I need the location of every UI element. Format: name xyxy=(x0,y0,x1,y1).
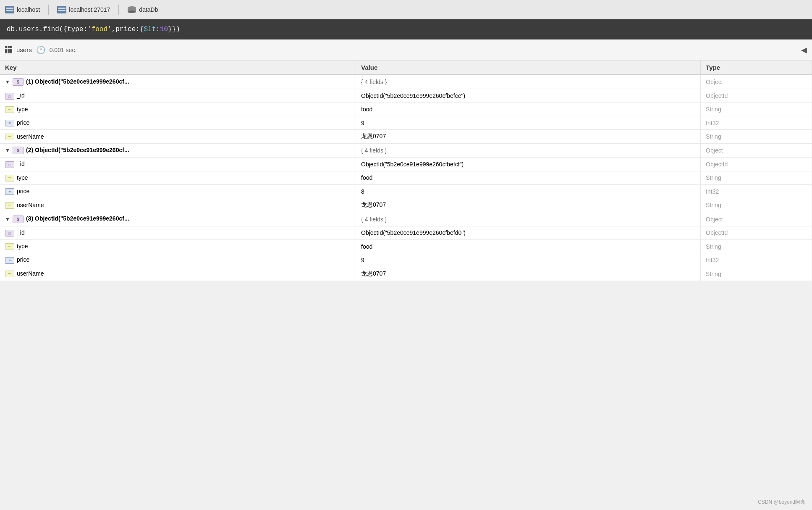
field-type-cell: String xyxy=(701,198,812,212)
query-close-brace: } xyxy=(172,26,176,33)
datadb-item[interactable]: dataDb xyxy=(127,6,158,13)
field-key-cell: “”userName xyxy=(0,267,356,281)
field-type-text: Int32 xyxy=(706,257,719,263)
expand-arrow[interactable]: ▼ xyxy=(5,147,11,153)
field-type-icon: □ xyxy=(5,161,14,168)
field-type-icon: “” xyxy=(5,271,14,277)
collection-name: users xyxy=(16,46,32,53)
query-open-brace: { xyxy=(63,26,67,33)
table-row[interactable]: “”userName龙恩0707String xyxy=(0,130,812,144)
field-type-icon: “” xyxy=(5,106,14,113)
grid-icon xyxy=(5,46,12,53)
table-row[interactable]: “”typefoodString xyxy=(0,103,812,116)
field-type-text: ObjectId xyxy=(706,161,728,168)
field-type-text: String xyxy=(706,133,721,140)
field-value-cell: 9 xyxy=(356,116,701,129)
field-type-text: String xyxy=(706,243,721,250)
field-key-cell: #price xyxy=(0,185,356,198)
field-type-cell: Int32 xyxy=(701,253,812,267)
table-row[interactable]: ▼$(1) ObjectId("5b2e0ce91e999e260cf...{ … xyxy=(0,75,812,89)
table-row[interactable]: “”userName龙恩0707String xyxy=(0,198,812,212)
fields-summary: { 4 fields } xyxy=(361,216,387,223)
field-value-cell: 龙恩0707 xyxy=(356,130,701,144)
field-type-cell: ObjectId xyxy=(701,158,812,171)
field-name: _id xyxy=(17,92,25,99)
field-value-cell: 9 xyxy=(356,253,701,267)
field-type-text: Int32 xyxy=(706,188,719,195)
type-value: Object xyxy=(706,79,723,85)
field-value-cell: food xyxy=(356,171,701,184)
field-type-cell: String xyxy=(701,130,812,144)
field-name: userName xyxy=(17,133,44,140)
field-type-text: ObjectId xyxy=(706,92,728,99)
field-type-cell: Int32 xyxy=(701,185,812,198)
object-key-cell: ▼$(3) ObjectId("5b2e0ce91e999e260cf... xyxy=(0,212,356,226)
fields-summary: { 4 fields } xyxy=(361,147,387,154)
svg-rect-3 xyxy=(57,6,66,13)
expand-arrow[interactable]: ▼ xyxy=(5,216,11,222)
svg-point-8 xyxy=(128,11,136,13)
clock-icon: 🕐 xyxy=(36,45,45,55)
field-type-icon: “” xyxy=(5,202,14,209)
table-row[interactable]: □_idObjectId("5b2e0ce91e999e260cfbefce")… xyxy=(0,89,812,103)
field-value: ObjectId("5b2e0ce91e999e260cfbefd0") xyxy=(361,229,466,236)
table-row[interactable]: □_idObjectId("5b2e0ce91e999e260cfbefcf")… xyxy=(0,158,812,171)
table-row[interactable]: ▼$(3) ObjectId("5b2e0ce91e999e260cf...{ … xyxy=(0,212,812,226)
field-value: food xyxy=(361,106,372,113)
field-value-cell: ObjectId("5b2e0ce91e999e260cfbefd0") xyxy=(356,226,701,239)
field-type-icon: # xyxy=(5,257,14,264)
object-key-cell: ▼$(2) ObjectId("5b2e0ce91e999e260cf... xyxy=(0,144,356,158)
table-row[interactable]: #price9Int32 xyxy=(0,116,812,129)
table-row[interactable]: ▼$(2) ObjectId("5b2e0ce91e999e260cf...{ … xyxy=(0,144,812,158)
query-comma: , xyxy=(112,26,116,33)
object-index: (2) ObjectId("5b2e0ce91e999e260cf... xyxy=(26,147,129,153)
field-type-icon: “” xyxy=(5,175,14,181)
field-value: food xyxy=(361,243,372,250)
field-value: 9 xyxy=(361,257,364,263)
field-key-cell: #price xyxy=(0,116,356,129)
sep1 xyxy=(48,5,49,15)
field-type-cell: String xyxy=(701,103,812,116)
query-type-val: 'food' xyxy=(87,26,112,33)
field-value: ObjectId("5b2e0ce91e999e260cfbefce") xyxy=(361,92,465,99)
query-bar: db.users.find({type:'food', price:{$lt:1… xyxy=(0,19,812,39)
field-key-cell: “”type xyxy=(0,103,356,116)
query-price-val: 10 xyxy=(160,26,168,33)
nav-arrow-left[interactable]: ◀ xyxy=(801,45,807,55)
object-index: (1) ObjectId("5b2e0ce91e999e260cf... xyxy=(26,78,129,85)
type-value: Object xyxy=(706,216,723,223)
object-value-cell: { 4 fields } xyxy=(356,144,701,158)
table-header-row: Key Value Type xyxy=(0,60,812,75)
query-price-close: } xyxy=(168,26,172,33)
field-type-text: ObjectId xyxy=(706,229,728,236)
localhost-item[interactable]: localhost xyxy=(5,6,40,13)
table-row[interactable]: “”userName龙恩0707String xyxy=(0,267,812,281)
col-header-value: Value xyxy=(356,60,701,75)
table-row[interactable]: “”typefoodString xyxy=(0,239,812,253)
field-type-icon: “” xyxy=(5,134,14,140)
field-type-text: Int32 xyxy=(706,120,719,126)
query-colon: : xyxy=(156,26,160,33)
table-row[interactable]: #price8Int32 xyxy=(0,185,812,198)
result-header: users 🕐 0.001 sec. ◀ xyxy=(0,39,812,60)
field-value: 龙恩0707 xyxy=(361,201,386,208)
cylinder-icon xyxy=(127,6,136,13)
svg-rect-2 xyxy=(6,10,13,11)
field-key-cell: #price xyxy=(0,253,356,267)
localhost27017-item[interactable]: localhost:27017 xyxy=(57,6,110,13)
localhost-label: localhost xyxy=(17,6,40,13)
table-row[interactable]: “”typefoodString xyxy=(0,171,812,184)
results-table: Key Value Type ▼$(1) ObjectId("5b2e0ce91… xyxy=(0,60,812,281)
watermark: CSDN @beyond阿亮 xyxy=(758,499,805,506)
object-key-cell: ▼$(1) ObjectId("5b2e0ce91e999e260cf... xyxy=(0,75,356,89)
table-row[interactable]: □_idObjectId("5b2e0ce91e999e260cfbefd0")… xyxy=(0,226,812,239)
field-value-cell: ObjectId("5b2e0ce91e999e260cfbefce") xyxy=(356,89,701,103)
field-type-cell: Int32 xyxy=(701,116,812,129)
field-name: price xyxy=(17,119,29,126)
object-index: (3) ObjectId("5b2e0ce91e999e260cf... xyxy=(26,215,129,222)
object-type-cell: Object xyxy=(701,212,812,226)
expand-arrow[interactable]: ▼ xyxy=(5,79,11,85)
table-row[interactable]: #price9Int32 xyxy=(0,253,812,267)
query-prefix: db.users.find( xyxy=(7,26,63,33)
fields-summary: { 4 fields } xyxy=(361,79,387,85)
